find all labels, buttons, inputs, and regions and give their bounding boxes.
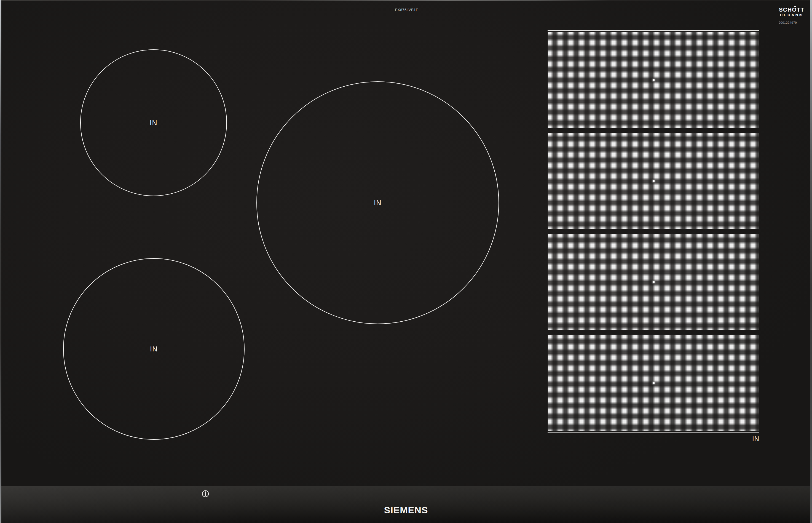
flex-zone-bottom-line: [548, 432, 759, 433]
cooktop-surface: EX875LVB1E SCHOTT CERAN® 9001224979 IN I…: [0, 0, 812, 523]
glass-top-edge: [0, 0, 812, 1]
front-control-strip: [0, 486, 812, 523]
flex-zone-induction-label: IN: [548, 435, 759, 443]
glass-right-edge: [810, 0, 812, 523]
flex-induction-zone: IN: [548, 30, 759, 433]
schott-logo-text: SCHOTT: [779, 6, 804, 13]
segment-center-dot-icon: [653, 79, 654, 81]
induction-zone-label: IN: [150, 119, 158, 127]
flex-zone-top-line: [548, 30, 759, 31]
segment-center-dot-icon: [653, 180, 654, 182]
schott-word: SCHOTT: [779, 6, 804, 13]
cooking-zone-front-left: IN: [63, 258, 244, 440]
brand-logo: SIEMENS: [0, 505, 812, 516]
induction-zone-label: IN: [150, 345, 158, 353]
cooking-zone-back-left: IN: [80, 49, 227, 196]
model-number-label: EX875LVB1E: [379, 8, 434, 12]
flex-zone-segment: [548, 133, 759, 229]
power-button[interactable]: [202, 490, 209, 498]
ceran-word: CERAN®: [776, 13, 807, 17]
flex-zone-segment: [548, 335, 759, 431]
flex-zone-segment: [548, 32, 759, 128]
schott-ceran-logo: SCHOTT CERAN® 9001224979: [776, 6, 807, 24]
glass-serial-code: 9001224979: [776, 21, 807, 24]
cooking-zone-center: IN: [256, 82, 499, 324]
induction-zone-label: IN: [374, 199, 382, 207]
segment-center-dot-icon: [653, 281, 654, 283]
segment-center-dot-icon: [653, 382, 654, 384]
glass-left-edge: [0, 0, 1, 523]
power-icon: [202, 490, 209, 498]
flex-zone-segment: [548, 234, 759, 330]
